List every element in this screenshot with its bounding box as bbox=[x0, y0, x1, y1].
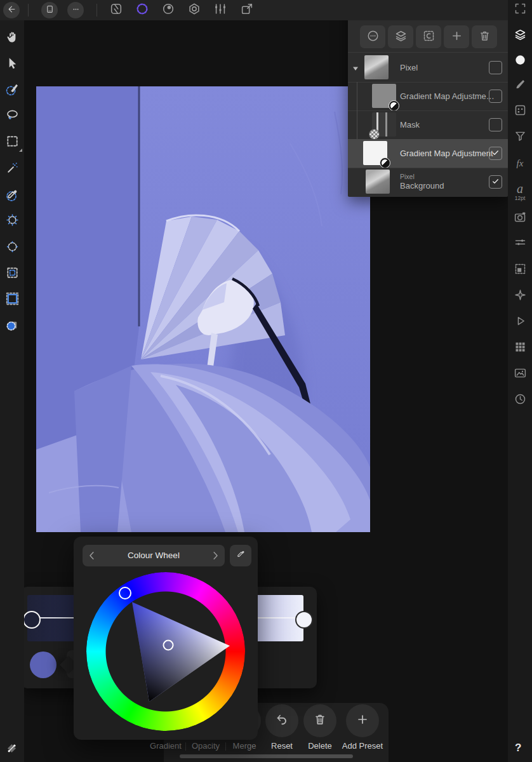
tool-freehand-selection[interactable] bbox=[0, 104, 24, 128]
selection-studio[interactable] bbox=[508, 125, 532, 149]
swatches-studio-icon bbox=[514, 104, 527, 119]
layer-visibility-checkbox[interactable] bbox=[489, 147, 502, 160]
photo-illustration bbox=[36, 86, 370, 532]
check-icon bbox=[491, 148, 500, 159]
bottom-toolbar-label: Delete bbox=[308, 741, 332, 751]
stock-studio-icon bbox=[514, 210, 527, 226]
layer-name: Gradient Map Adjustment bbox=[400, 149, 493, 158]
layers-studio[interactable] bbox=[508, 23, 532, 48]
delete-layer-button[interactable] bbox=[472, 25, 497, 48]
add-layer-button[interactable] bbox=[444, 25, 469, 48]
colour-mode-title: Colour Wheel bbox=[83, 551, 225, 560]
brushes-studio-icon bbox=[514, 77, 527, 93]
layer-thumbnail[interactable] bbox=[372, 84, 396, 108]
batch-studio[interactable] bbox=[508, 336, 532, 360]
tool-colour-picker[interactable] bbox=[0, 184, 24, 208]
text-studio[interactable]: a12pt bbox=[508, 180, 532, 204]
document-button[interactable] bbox=[41, 2, 58, 18]
help-button[interactable]: ? bbox=[515, 742, 521, 754]
chevron-right-icon[interactable] bbox=[209, 550, 221, 561]
gradient-stop-left[interactable] bbox=[23, 611, 41, 629]
persona-liquify[interactable] bbox=[159, 1, 177, 19]
transform-studio[interactable] bbox=[508, 0, 532, 22]
layer-thumbnail[interactable] bbox=[372, 112, 396, 137]
tool-flood-select-wand[interactable] bbox=[0, 157, 24, 181]
layer-visibility-checkbox[interactable] bbox=[489, 118, 502, 131]
canvas-photo[interactable] bbox=[36, 86, 370, 532]
label-divider bbox=[185, 742, 186, 751]
indent-line bbox=[357, 82, 357, 110]
tool-selection-brush[interactable] bbox=[0, 78, 24, 102]
disclosure-triangle-icon[interactable] bbox=[352, 64, 359, 71]
resize-studio[interactable] bbox=[508, 258, 532, 282]
back-button[interactable] bbox=[3, 2, 20, 18]
persona-export[interactable] bbox=[238, 1, 256, 19]
navigator-studio[interactable] bbox=[508, 284, 532, 308]
tool-view-hand[interactable] bbox=[0, 26, 24, 50]
left-tool-sidebar bbox=[0, 20, 24, 762]
media-studio[interactable] bbox=[508, 362, 532, 386]
layer-options-icon bbox=[366, 29, 380, 45]
layer-row[interactable]: Gradient Map Adjustme… bbox=[348, 82, 508, 110]
colour-studio[interactable] bbox=[508, 49, 532, 73]
fx-icon: fx bbox=[517, 158, 524, 169]
reset-button[interactable] bbox=[265, 704, 298, 737]
layer-options-button[interactable] bbox=[360, 25, 385, 48]
hue-ring[interactable] bbox=[86, 572, 245, 731]
swatches-studio[interactable] bbox=[508, 99, 532, 123]
layer-thumbnail[interactable] bbox=[366, 170, 390, 194]
add-preset-button[interactable] bbox=[346, 704, 379, 737]
indent-line bbox=[357, 110, 357, 139]
tool-gradient-handle[interactable] bbox=[3, 740, 20, 758]
persona-photo[interactable] bbox=[107, 1, 125, 19]
toolbar-divider bbox=[96, 4, 97, 17]
brushes-studio[interactable] bbox=[508, 73, 532, 97]
eyedropper-button[interactable] bbox=[230, 545, 251, 566]
stock-studio[interactable] bbox=[508, 206, 532, 230]
persona-selections[interactable] bbox=[133, 1, 151, 19]
panel-divider bbox=[348, 52, 508, 53]
layer-thumbnail[interactable] bbox=[363, 141, 387, 165]
add-layer-icon bbox=[450, 29, 463, 45]
tool-selection-frame[interactable] bbox=[0, 288, 24, 312]
layer-row[interactable]: PixelBackground bbox=[348, 168, 508, 196]
play-studio[interactable] bbox=[508, 310, 532, 334]
layer-thumbnail[interactable] bbox=[364, 55, 389, 79]
effects-studio[interactable]: fx bbox=[508, 151, 532, 175]
more-button[interactable] bbox=[67, 2, 84, 18]
mask-badge-icon bbox=[369, 129, 380, 140]
tool-load-selection[interactable] bbox=[0, 314, 24, 338]
layer-visibility-checkbox[interactable] bbox=[489, 175, 502, 189]
toolbar-scroll-indicator[interactable] bbox=[180, 754, 353, 758]
layer-visibility-checkbox[interactable] bbox=[489, 90, 502, 103]
layer-visibility-checkbox[interactable] bbox=[489, 61, 502, 74]
layer-row[interactable]: Mask bbox=[348, 110, 508, 139]
bottom-toolbar-label: Merge bbox=[233, 741, 256, 751]
layers-panel: Layers PixelGradient Map Adjustme…MaskGr… bbox=[348, 0, 508, 197]
develop-persona-icon bbox=[187, 2, 201, 18]
resize-studio-icon bbox=[514, 262, 527, 278]
undo-icon bbox=[275, 712, 289, 729]
colour-mode-switcher[interactable]: Colour Wheel bbox=[83, 545, 225, 566]
delete-layer-icon bbox=[478, 29, 491, 45]
layer-name: Gradient Map Adjustme… bbox=[400, 91, 495, 101]
layer-row[interactable]: Gradient Map Adjustment bbox=[348, 139, 508, 168]
delete-button[interactable] bbox=[303, 704, 336, 737]
persona-develop[interactable] bbox=[185, 1, 203, 19]
merge-layers-icon bbox=[394, 29, 408, 45]
tool-grow-selection[interactable] bbox=[0, 262, 24, 286]
mask-layer-button[interactable] bbox=[416, 25, 441, 48]
adjustments-studio[interactable] bbox=[508, 232, 532, 256]
persona-tone-mapping[interactable] bbox=[211, 1, 229, 19]
gradient-stop-right[interactable] bbox=[295, 611, 313, 629]
layer-row[interactable]: Pixel bbox=[348, 53, 508, 82]
tool-transform-selection[interactable] bbox=[0, 236, 24, 260]
batch-studio-icon bbox=[514, 340, 527, 356]
photo-persona-icon bbox=[109, 2, 123, 18]
history-studio[interactable] bbox=[508, 388, 532, 412]
tool-refine-selection[interactable] bbox=[0, 209, 24, 233]
tool-rectangular-marquee[interactable] bbox=[0, 130, 24, 154]
merge-layers-button[interactable] bbox=[388, 25, 413, 48]
stop-colour-swatch[interactable] bbox=[30, 652, 57, 678]
tool-move[interactable] bbox=[0, 52, 24, 76]
